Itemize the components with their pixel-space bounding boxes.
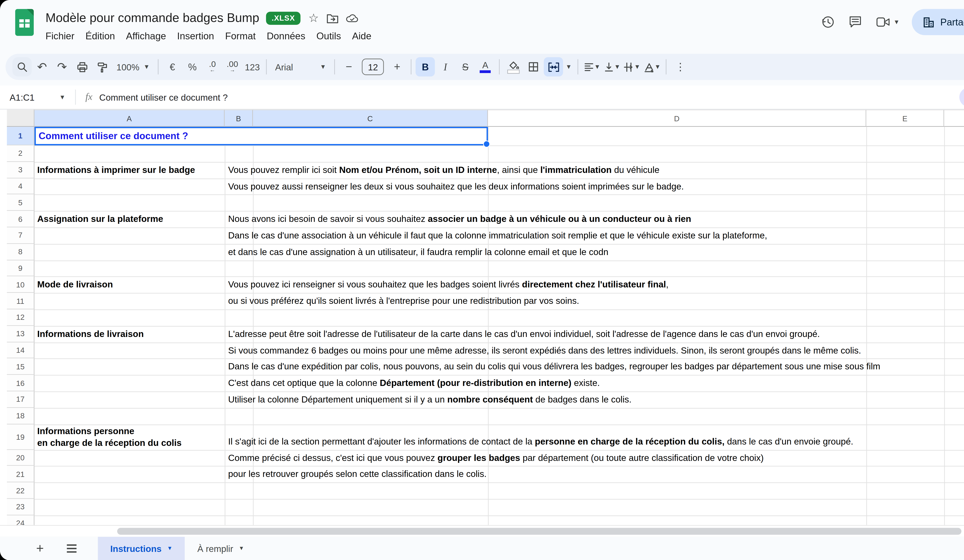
number-format-button[interactable]: 123 xyxy=(243,57,262,77)
row-header-21[interactable]: 21 xyxy=(7,466,34,482)
menu-item-aide[interactable]: Aide xyxy=(347,28,377,44)
row-header-5[interactable]: 5 xyxy=(7,194,34,211)
menu-item-affichage[interactable]: Affichage xyxy=(120,28,172,44)
row-header-1[interactable]: 1 xyxy=(7,127,34,145)
menu-item-outils[interactable]: Outils xyxy=(311,28,347,44)
name-box-caret-icon[interactable]: ▼ xyxy=(59,94,65,101)
column-header-E[interactable]: E xyxy=(866,109,944,127)
fill-color-button[interactable] xyxy=(504,57,523,77)
cell-B11[interactable]: ou si vous préférez qu'ils soient livrés… xyxy=(228,293,579,309)
increase-font-size-button[interactable]: + xyxy=(388,57,407,77)
row-header-11[interactable]: 11 xyxy=(7,293,34,309)
bold-button[interactable]: B xyxy=(416,57,435,77)
text-color-button[interactable]: A xyxy=(475,57,495,77)
cell-B4[interactable]: Vous pouvez aussi renseigner les deux si… xyxy=(228,178,684,194)
font-size-input[interactable]: 12 xyxy=(362,59,384,75)
cell-B20[interactable]: Comme précisé ci dessus, c'est ici que v… xyxy=(228,450,764,466)
undo-button[interactable]: ↶ xyxy=(33,57,52,77)
cell-B10[interactable]: Vous pouvez ici renseigner si vous souha… xyxy=(228,277,668,293)
cell-A10[interactable]: Mode de livraison xyxy=(37,277,113,293)
row-header-7[interactable]: 7 xyxy=(7,228,34,244)
merge-options-caret[interactable]: ▼ xyxy=(564,57,573,77)
cell-A3[interactable]: Informations à imprimer sur le badge xyxy=(37,162,195,178)
formula-input[interactable]: Comment utiliser ce document ? xyxy=(99,92,228,103)
text-rotation-button[interactable]: ▼ xyxy=(642,57,662,77)
select-all-corner[interactable] xyxy=(7,109,34,127)
strikethrough-button[interactable]: S xyxy=(456,57,475,77)
cell-B19[interactable]: Il s'agit ici de la section permettant d… xyxy=(228,433,853,450)
cell-B8[interactable]: et dans le cas d'une assignation à un ut… xyxy=(228,244,608,260)
cell-B13[interactable]: L'adresse peut être soit l'adresse de l'… xyxy=(228,326,820,342)
row-header-6[interactable]: 6 xyxy=(7,211,34,228)
menu-item-insertion[interactable]: Insertion xyxy=(172,28,220,44)
row-header-2[interactable]: 2 xyxy=(7,145,34,162)
increase-decimals-button[interactable]: .00→ xyxy=(223,57,242,77)
decrease-decimals-button[interactable]: .0← xyxy=(203,57,222,77)
column-header-B[interactable]: B xyxy=(225,109,253,127)
menu-item-edition[interactable]: Édition xyxy=(80,28,120,44)
cell-A6[interactable]: Assignation sur la plateforme xyxy=(37,211,163,228)
row-header-23[interactable]: 23 xyxy=(7,499,34,515)
cell-A19[interactable]: Informations personneen charge de la réc… xyxy=(37,425,182,449)
decrease-font-size-button[interactable]: − xyxy=(339,57,358,77)
row-header-8[interactable]: 8 xyxy=(7,244,34,260)
column-header-D[interactable]: D xyxy=(488,109,866,127)
paint-format-button[interactable] xyxy=(92,57,112,77)
search-menus-button[interactable] xyxy=(12,57,32,77)
cell-B17[interactable]: Utiliser la colonne Département uniqueme… xyxy=(228,391,632,408)
spreadsheet-grid[interactable]: ABCDEFG 12345678910111213141516171819202… xyxy=(0,109,964,525)
menu-item-format[interactable]: Format xyxy=(220,28,261,44)
row-header-18[interactable]: 18 xyxy=(7,408,34,424)
row-header-24[interactable]: 24 xyxy=(7,515,34,525)
cell-B3[interactable]: Vous pouvez remplir ici soit Nom et/ou P… xyxy=(228,162,659,178)
row-header-3[interactable]: 3 xyxy=(7,162,34,178)
menu-item-fichier[interactable]: Fichier xyxy=(40,28,80,44)
cell-B16[interactable]: C'est dans cet optique que la colonne Dé… xyxy=(228,375,600,391)
cell-B6[interactable]: Nous avons ici besoin de savoir si vous … xyxy=(228,211,691,228)
tab-instructions[interactable]: Instructions ▼ xyxy=(98,537,185,560)
zoom-control[interactable]: 100%▼ xyxy=(112,57,154,77)
row-header-15[interactable]: 15 xyxy=(7,358,34,375)
version-history-icon[interactable] xyxy=(821,15,835,30)
row-header-22[interactable]: 22 xyxy=(7,482,34,499)
column-header-F[interactable]: F xyxy=(944,109,964,127)
horizontal-align-button[interactable]: ▼ xyxy=(583,57,602,77)
column-header-C[interactable]: C xyxy=(253,109,488,127)
move-folder-icon[interactable] xyxy=(327,12,339,24)
row-header-13[interactable]: 13 xyxy=(7,326,34,342)
cell-B15[interactable]: Dans le cas d'une expédition par colis, … xyxy=(228,358,880,375)
row-header-20[interactable]: 20 xyxy=(7,450,34,466)
print-button[interactable] xyxy=(72,57,91,77)
tab-menu-caret-icon[interactable]: ▼ xyxy=(239,546,244,551)
tab-menu-caret-icon[interactable]: ▼ xyxy=(167,546,173,551)
column-header-A[interactable]: A xyxy=(34,109,225,127)
row-header-17[interactable]: 17 xyxy=(7,391,34,408)
all-sheets-menu-button[interactable] xyxy=(64,540,80,557)
add-sheet-button[interactable]: + xyxy=(32,540,48,557)
star-icon[interactable]: ☆ xyxy=(307,12,320,24)
more-toolbar-button[interactable]: ⋮ xyxy=(671,57,690,77)
text-wrap-button[interactable]: ▼ xyxy=(622,57,642,77)
font-family-select[interactable]: Arial▼ xyxy=(271,57,330,77)
row-header-4[interactable]: 4 xyxy=(7,178,34,194)
tab-a-remplir[interactable]: À remplir ▼ xyxy=(185,537,257,560)
format-currency-button[interactable]: € xyxy=(163,57,182,77)
vertical-align-button[interactable]: ▼ xyxy=(602,57,622,77)
row-header-9[interactable]: 9 xyxy=(7,260,34,277)
row-header-16[interactable]: 16 xyxy=(7,375,34,391)
name-box[interactable]: A1:C1 xyxy=(0,92,59,103)
redo-button[interactable]: ↷ xyxy=(52,57,72,77)
format-percent-button[interactable]: % xyxy=(183,57,202,77)
selected-cell-a1[interactable]: Comment utiliser ce document ? xyxy=(34,127,488,145)
comments-icon[interactable] xyxy=(848,15,863,30)
cloud-check-icon[interactable] xyxy=(346,12,358,24)
borders-button[interactable] xyxy=(524,57,543,77)
summarize-table-button[interactable]: Résume ce tableau xyxy=(959,88,964,107)
row-header-19[interactable]: 19 xyxy=(7,424,34,450)
cell-A13[interactable]: Informations de livraison xyxy=(37,326,144,342)
cell-B7[interactable]: Dans le cas d'une association à un véhic… xyxy=(228,228,767,244)
menu-item-donnees[interactable]: Données xyxy=(261,28,311,44)
fill-handle[interactable] xyxy=(483,140,490,148)
cell-B14[interactable]: Si vous commandez 6 badges ou moins pour… xyxy=(228,342,861,358)
share-button[interactable]: Partager ▼ xyxy=(912,9,964,35)
